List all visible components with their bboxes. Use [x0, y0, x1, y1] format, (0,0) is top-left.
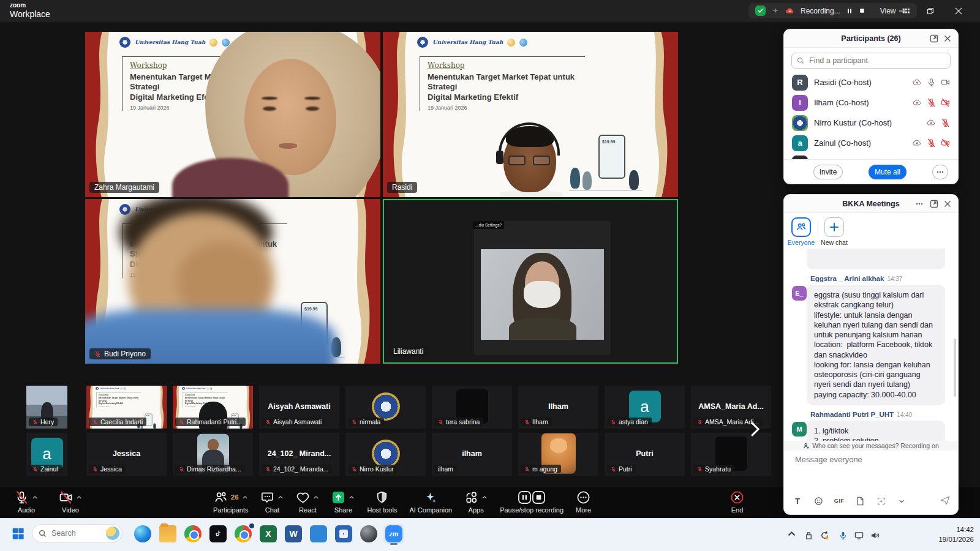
- participants-icon[interactable]: [214, 490, 228, 504]
- filmstrip-tile[interactable]: Aisyah AsmawatiAisyah Asmawati: [259, 386, 339, 429]
- toolbar-ai-companion-button[interactable]: AI Companion: [409, 490, 452, 514]
- filmstrip-tile[interactable]: nirmala: [345, 386, 426, 429]
- audio-icon[interactable]: [15, 490, 29, 504]
- toolbar-end-button[interactable]: End: [730, 490, 744, 514]
- mic-icon[interactable]: [927, 78, 936, 87]
- new-chat-button[interactable]: [824, 217, 844, 237]
- chat-scrollbar[interactable]: [954, 339, 956, 397]
- screenshot-icon[interactable]: [876, 496, 886, 506]
- taskbar-clock[interactable]: 14:42 19/01/2026: [938, 525, 974, 544]
- video-tile-rasidi[interactable]: Universitas Hang TuahWorkshopMenentukan …: [383, 32, 678, 197]
- chat-message[interactable]: M1. ig/tiktok 2. problem solution: [784, 421, 958, 443]
- recording-icon[interactable]: [518, 490, 546, 504]
- taskbar-search-input[interactable]: [50, 528, 102, 538]
- chat-message-input[interactable]: [794, 454, 947, 465]
- video-tile-budi[interactable]: Universitas Hang TuahWorkshopMenentukan …: [85, 199, 380, 364]
- close-icon[interactable]: [943, 34, 952, 43]
- search-input[interactable]: [808, 56, 945, 66]
- toolbar-apps-button[interactable]: Apps: [464, 490, 488, 514]
- chevron-up-icon[interactable]: [32, 495, 38, 500]
- filmstrip-tile[interactable]: IlhamIlham: [518, 386, 598, 429]
- toolbar-video-button[interactable]: Video: [59, 490, 82, 514]
- share-icon[interactable]: [331, 490, 345, 504]
- toolbar-chat-button[interactable]: Chat: [260, 490, 284, 514]
- mute-all-button[interactable]: Mute all: [869, 165, 907, 179]
- popout-icon[interactable]: [930, 34, 938, 43]
- camera-icon[interactable]: [941, 138, 950, 148]
- filmstrip-tile[interactable]: Nirro Kustur: [345, 433, 426, 476]
- taskbar-app-tiktok[interactable]: [208, 524, 228, 544]
- filmstrip-tile[interactable]: m agung: [518, 433, 598, 476]
- ai-companion-icon[interactable]: [424, 490, 438, 504]
- toolbar-participants-button[interactable]: 26Participants: [213, 490, 248, 514]
- filmstrip-tile[interactable]: Universitas Hang TuahWorkshopMenentukan …: [86, 386, 167, 429]
- security-shield-icon[interactable]: [755, 6, 766, 16]
- chevron-up-icon[interactable]: [277, 495, 284, 500]
- chevron-up-icon[interactable]: [76, 495, 82, 500]
- chevron-up-icon[interactable]: [349, 495, 355, 500]
- chat-icon[interactable]: [260, 490, 274, 504]
- filmstrip-tile[interactable]: Universitas Hang TuahWorkshopMenentukan …: [173, 386, 253, 429]
- chat-message[interactable]: E_eggstra (susu tinggi kalsium dari ekst…: [784, 285, 958, 405]
- filmstrip-tile[interactable]: PutriPutri: [605, 433, 685, 476]
- more-icon[interactable]: [576, 490, 590, 504]
- more-icon[interactable]: [915, 200, 924, 208]
- toolbar-more-button[interactable]: More: [576, 490, 591, 514]
- participant-row[interactable]: [784, 153, 958, 159]
- react-icon[interactable]: [296, 490, 310, 504]
- stop-recording-icon[interactable]: [859, 7, 865, 14]
- filmstrip-tile[interactable]: Hery: [26, 386, 67, 429]
- next-page-arrow[interactable]: [750, 421, 761, 437]
- tray-sync-icon[interactable]: [820, 531, 829, 540]
- taskbar-app-app-grid[interactable]: [333, 524, 354, 544]
- pause-recording-icon[interactable]: [846, 7, 853, 15]
- taskbar-app-chrome[interactable]: [183, 524, 203, 544]
- send-message-icon[interactable]: [940, 495, 951, 506]
- tray-chevron-up-icon[interactable]: [787, 531, 796, 540]
- filmstrip-tile[interactable]: tera sabrina: [432, 386, 512, 429]
- chat-sender[interactable]: Rahmadanti Putri P_UHT: [810, 411, 894, 418]
- toolbar-audio-button[interactable]: Audio: [15, 490, 38, 514]
- taskbar-app-chrome-profile[interactable]: [233, 524, 254, 544]
- participant-row[interactable]: RRasidi (Co-host): [784, 72, 958, 92]
- apps-icon[interactable]: [464, 490, 478, 504]
- taskbar-app-file-explorer[interactable]: [157, 524, 178, 544]
- camera-icon[interactable]: [941, 78, 950, 87]
- chevron-up-icon[interactable]: [481, 495, 488, 500]
- filmstrip-tile[interactable]: JessicaJessica: [86, 433, 167, 476]
- taskbar-search[interactable]: [32, 524, 123, 542]
- popout-icon[interactable]: [930, 200, 938, 208]
- minimize-button[interactable]: [888, 0, 916, 22]
- chevron-down-icon[interactable]: [897, 496, 907, 506]
- taskbar-app-app-sphere[interactable]: [358, 524, 379, 544]
- format-text-icon[interactable]: T: [793, 496, 802, 506]
- participant-row[interactable]: IIlham (Co-host): [784, 92, 958, 113]
- emoji-icon[interactable]: [813, 496, 823, 506]
- taskbar-app-app-blue[interactable]: [308, 524, 329, 544]
- chevron-up-icon[interactable]: [313, 495, 319, 500]
- gif-icon[interactable]: GIF: [834, 496, 844, 506]
- tray-speaker-icon[interactable]: [870, 531, 880, 540]
- chevron-up-icon[interactable]: [242, 495, 248, 500]
- file-icon[interactable]: [855, 496, 865, 506]
- filmstrip-tile[interactable]: 24_102_ Mirand...24_102_ Miranda...: [259, 433, 339, 476]
- host-tools-icon[interactable]: [375, 490, 389, 504]
- mic-icon[interactable]: [941, 118, 950, 127]
- end-icon[interactable]: [730, 490, 744, 504]
- filmstrip-tile[interactable]: aastya dian: [605, 386, 685, 429]
- close-icon[interactable]: [943, 200, 952, 208]
- weather-icon[interactable]: [106, 527, 119, 540]
- video-tile-zahra[interactable]: Universitas Hang TuahWorkshopMenentukan …: [85, 32, 380, 197]
- filmstrip-tile[interactable]: Dimas Riztiardha...: [173, 433, 253, 476]
- toolbar-react-button[interactable]: React: [296, 490, 319, 514]
- video-tile-liliawanti[interactable]: ...dio Settings? Liliawanti: [383, 199, 678, 364]
- tray-cast-icon[interactable]: [854, 531, 864, 540]
- mic-icon[interactable]: [927, 98, 936, 107]
- ai-sparkle-icon[interactable]: [771, 7, 780, 15]
- participant-row[interactable]: aZainul (Co-host): [784, 133, 958, 153]
- toolbar-host-tools-button[interactable]: Host tools: [367, 490, 397, 514]
- mic-icon[interactable]: [927, 138, 936, 148]
- toolbar-share-button[interactable]: Share: [331, 490, 355, 514]
- video-icon[interactable]: [59, 490, 73, 504]
- filmstrip-tile[interactable]: aZainul: [26, 433, 67, 476]
